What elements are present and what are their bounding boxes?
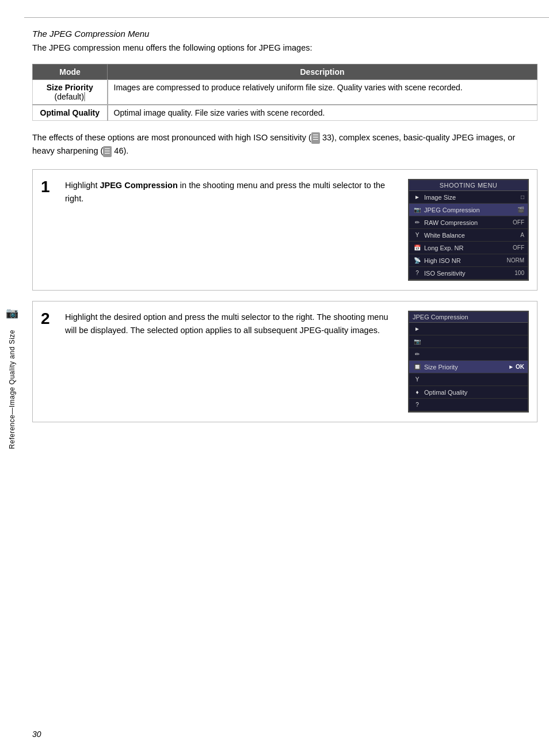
row-value: A xyxy=(520,232,524,238)
screen-2-title: JPEG Compression xyxy=(409,312,528,323)
mode-optimal-quality: Optimal Quality xyxy=(33,105,108,121)
step-2-number: 2 xyxy=(41,311,57,327)
screen-row: ? xyxy=(409,399,528,411)
table-row: Optimal Quality Optimal image quality. F… xyxy=(33,105,537,121)
row-icon: 📡 xyxy=(413,257,422,264)
description-size-priority: Images are compressed to produce relativ… xyxy=(108,79,537,105)
main-content: The JPEG Compression Menu The JPEG compr… xyxy=(32,0,537,422)
row-icon: ♦ xyxy=(413,389,422,395)
row-label: Size Priority xyxy=(424,364,508,371)
screen-row: ✏ xyxy=(409,348,528,361)
step-2-text: Highlight the desired option and press t… xyxy=(65,311,400,337)
screen-row-selected: 🔲 Size Priority ► OK xyxy=(409,361,528,373)
step-1-content: Highlight JPEG Compression in the shooti… xyxy=(65,179,529,281)
row-icon: Y xyxy=(413,232,422,238)
screen-row-highlighted: 📷 JPEG Compression 🎬 xyxy=(409,204,528,216)
row-icon: ✏ xyxy=(413,351,422,357)
sharpening-icon: ☰ xyxy=(103,146,112,157)
row-label: High ISO NR xyxy=(424,257,506,264)
row-icon: ? xyxy=(413,402,422,408)
row-icon: ? xyxy=(413,270,422,276)
row-icon: ► xyxy=(413,194,422,200)
camera-screen-1: SHOOTING MENU ► Image Size □ 📷 JPEG Comp… xyxy=(408,179,529,281)
step-1-bold: JPEG Compression xyxy=(100,181,177,190)
row-label: JPEG Compression xyxy=(424,207,517,213)
row-value: OFF xyxy=(513,219,524,226)
screen-row: Y xyxy=(409,373,528,386)
row-icon: 📷 xyxy=(413,207,422,213)
screen-row: Y White Balance A xyxy=(409,229,528,242)
intro-text: The JPEG compression menu offers the fol… xyxy=(32,42,537,55)
top-rule xyxy=(24,17,549,18)
screen-row: 📅 Long Exp. NR OFF xyxy=(409,242,528,254)
row-icon: 📷 xyxy=(413,338,422,345)
row-label: Image Size xyxy=(424,194,521,201)
row-value: OFF xyxy=(513,245,524,251)
screen-row: ► Image Size □ xyxy=(409,191,528,204)
row-label: ISO Sensitivity xyxy=(424,270,514,277)
step-2: 2 Highlight the desired option and press… xyxy=(32,301,537,422)
screen-row: ? ISO Sensitivity 100 xyxy=(409,267,528,280)
row-icon: ► xyxy=(413,326,422,332)
step-2-content: Highlight the desired option and press t… xyxy=(65,311,529,413)
row-icon: 🔲 xyxy=(413,364,422,370)
step-1-number: 1 xyxy=(41,179,57,195)
screen-row: 📷 xyxy=(409,335,528,348)
screen-row-optimal: ♦ Optimal Quality xyxy=(409,386,528,399)
row-icon: Y xyxy=(413,376,422,383)
sidebar-label: Reference—Image Quality and Size xyxy=(8,330,16,449)
screen-1-title: SHOOTING MENU xyxy=(409,180,528,191)
row-label: White Balance xyxy=(424,232,520,239)
row-value: NORM xyxy=(506,257,524,264)
mode-size-priority: Size Priority (default) xyxy=(33,79,108,105)
row-icon: 📅 xyxy=(413,245,422,251)
row-icon: ✏ xyxy=(413,219,422,226)
sidebar: 📷 Reference—Image Quality and Size xyxy=(0,0,24,756)
table-header-description: Description xyxy=(108,64,537,79)
table-row: Size Priority (default) Images are compr… xyxy=(33,79,537,105)
mode-label-default: (default) xyxy=(55,92,85,101)
iso-icon: ☰ xyxy=(311,132,320,143)
row-value: 100 xyxy=(514,270,524,276)
row-value: □ xyxy=(521,194,524,200)
section-title: The JPEG Compression Menu xyxy=(32,29,537,39)
page-number: 30 xyxy=(32,730,41,739)
step-1: 1 Highlight JPEG Compression in the shoo… xyxy=(32,169,537,291)
screen-row: ► xyxy=(409,323,528,335)
compression-table: Mode Description Size Priority (default)… xyxy=(32,64,537,121)
row-label: Long Exp. NR xyxy=(424,245,513,251)
description-optimal-quality: Optimal image quality. File size varies … xyxy=(108,105,537,121)
body-text: The effects of these options are most pr… xyxy=(32,131,537,158)
row-label: RAW Compression xyxy=(424,219,513,226)
steps-container: 1 Highlight JPEG Compression in the shoo… xyxy=(32,169,537,422)
camera-screen-2: JPEG Compression ► 📷 ✏ 🔲 xyxy=(408,311,529,413)
screen-row: ✏ RAW Compression OFF xyxy=(409,216,528,229)
row-ok: ► OK xyxy=(508,364,524,370)
mode-label-size-priority: Size Priority xyxy=(47,83,93,92)
row-value: 🎬 xyxy=(517,207,524,213)
screen-row: 📡 High ISO NR NORM xyxy=(409,254,528,267)
step-1-text: Highlight JPEG Compression in the shooti… xyxy=(65,179,400,205)
camera-icon: 📷 xyxy=(6,307,18,319)
table-header-mode: Mode xyxy=(33,64,108,79)
row-label-optimal: Optimal Quality xyxy=(424,389,524,396)
